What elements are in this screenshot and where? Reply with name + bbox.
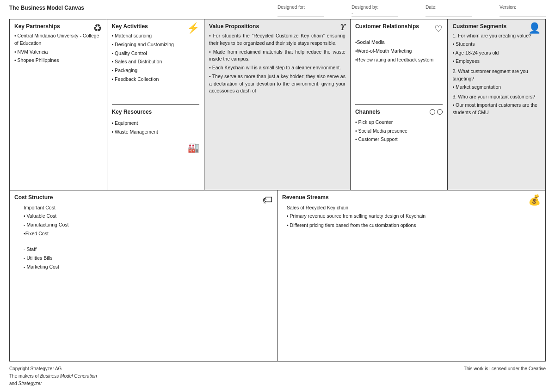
list-item: • Sales and Distribution: [112, 58, 200, 66]
header: The Business Model Canvas Designed for: …: [9, 5, 546, 17]
list-item: • Central Mindanao University - College …: [14, 32, 102, 47]
customer-segments-content: 1. For whom are you creating value? • St…: [452, 32, 541, 116]
footer-right-text: This work is licensed under the Creative: [464, 365, 546, 373]
footer-left: Copyright Strategyzer AG The makers of B…: [9, 365, 97, 387]
designed-by: Designed by: -: [352, 5, 398, 17]
channels-section: Channels • Pick up Counter • Social Medi…: [355, 105, 443, 186]
list-item: •Social Media: [355, 39, 443, 46]
footer: Copyright Strategyzer AG The makers of B…: [9, 365, 546, 387]
circle-icon: [437, 109, 443, 115]
bolt-icon: ⚡: [187, 23, 199, 33]
key-activities-section: Key Activities ⚡ • Material sourcing • D…: [112, 23, 200, 105]
list-item: • Pick up Counter: [355, 119, 443, 126]
cost-structure-title: Cost Structure: [14, 194, 272, 201]
vp-text: • For students the "Recycled Customize K…: [209, 32, 345, 47]
date: Date:: [426, 5, 472, 17]
list-item: •Word-of-Mouth Marketing: [355, 48, 443, 55]
channels-content: • Pick up Counter • Social Media presenc…: [355, 119, 443, 143]
footer-italic1: Business Model Generation: [40, 374, 97, 379]
list-item: - Utilities Bills: [24, 255, 272, 262]
list-item: •Fixed Cost: [24, 230, 272, 238]
list-item: - Staff: [24, 246, 272, 253]
person-icon: 👤: [528, 23, 541, 33]
footer-italic2: Strategyzer: [18, 381, 42, 386]
list-item: - Marketing Cost: [24, 263, 272, 271]
version: Version:: [500, 5, 546, 17]
list-item: • Different pricing tiers based from the…: [287, 222, 541, 229]
list-item: • Students: [452, 41, 541, 48]
designed-for: Designed for:: [278, 5, 324, 17]
customer-relationships-title: Customer Relationships: [355, 23, 443, 30]
bottom-row: Cost Structure 🏷 Important Cost • Valuab…: [10, 190, 545, 361]
revenue-streams-content: Sales of Recycled Key chain • Primary re…: [282, 204, 541, 229]
page: The Business Model Canvas Designed for: …: [0, 0, 555, 392]
customer-relationships-channels-cell: Customer Relationships ♡ •Social Media •…: [351, 19, 448, 190]
value-propositions-content: • For students the "Recycled Customize K…: [209, 32, 345, 95]
key-resources-section: Key Resources 🏭 • Equipment • Waste Mana…: [112, 105, 200, 186]
list-item: • Shopee Philippines: [14, 57, 102, 64]
list-item: • Feedback Collection: [112, 76, 200, 83]
key-activities-title: Key Activities: [112, 23, 200, 30]
value-propositions-cell: Value Propositions 𝛶 • For students the …: [204, 19, 351, 190]
list-item: • NVM Valencia: [14, 49, 102, 56]
revenue-header: Sales of Recycled Key chain: [287, 204, 541, 212]
list-item: • Primary revenue source from selling va…: [287, 213, 541, 220]
cs-question3: 3. Who are your important customers?: [452, 93, 541, 101]
vp-text: • Made from reclaimed materials that hel…: [209, 49, 345, 63]
factory-icon: 🏭: [188, 142, 199, 153]
heart-icon: ♡: [434, 23, 443, 34]
key-partnerships-content: • Central Mindanao University - College …: [14, 32, 102, 64]
key-activities-content: • Material sourcing • Designing and Cust…: [112, 32, 200, 83]
channels-header: Channels: [355, 109, 443, 115]
cost-structure-content: Important Cost • Valuable Cost - Manufac…: [14, 204, 272, 271]
revenue-streams-cell: Revenue Streams 💰 Sales of Recycled Key …: [278, 190, 545, 361]
footer-line2: The makers of Business Model Generation: [9, 373, 97, 380]
canvas-grid: Key Partnerships ♻ • Central Mindanao Un…: [9, 19, 546, 361]
list-item: • Equipment: [112, 120, 200, 127]
tuning-icon: 𝛶: [340, 23, 345, 31]
footer-right: This work is licensed under the Creative: [464, 365, 546, 373]
channels-title: Channels: [355, 109, 380, 115]
header-meta: Designed for: Designed by: - Date: Versi…: [278, 5, 546, 17]
key-partnerships-cell: Key Partnerships ♻ • Central Mindanao Un…: [10, 19, 107, 190]
cs-question1: 1. For whom are you creating value?: [452, 32, 541, 40]
revenue-streams-title: Revenue Streams: [282, 194, 541, 201]
cost-label: Important Cost: [24, 204, 272, 212]
list-item: • Waste Management: [112, 129, 200, 136]
customer-segments-cell: Customer Segments 👤 1. For whom are you …: [448, 19, 545, 190]
list-item: • Market segmentation: [452, 84, 541, 91]
list-item: • Age 18-24 years old: [452, 49, 541, 57]
coin-icon: 💰: [528, 194, 541, 206]
recycle-icon: ♻: [93, 23, 102, 33]
list-item: • Designing and Customizing: [112, 41, 200, 49]
top-row: Key Partnerships ♻ • Central Mindanao Un…: [10, 19, 545, 190]
value-propositions-title: Value Propositions: [209, 23, 345, 30]
list-item: • Employees: [452, 58, 541, 65]
list-item: • Social Media presence: [355, 128, 443, 135]
key-partnerships-title: Key Partnerships: [14, 23, 102, 30]
key-resources-title: Key Resources: [112, 109, 200, 115]
footer-line3: and Strategyzer: [9, 380, 97, 387]
channel-circles: [430, 109, 443, 115]
vp-text: • They serve as more than just a key hol…: [209, 73, 345, 95]
list-item: •Review rating and feedback system: [355, 56, 443, 64]
canvas-title: The Business Model Canvas: [9, 5, 84, 11]
tag-icon: 🏷: [262, 194, 272, 206]
customer-relationships-content: •Social Media •Word-of-Mouth Marketing •…: [355, 39, 443, 63]
list-item: • Quality Control: [112, 50, 200, 57]
customer-relationships-section: Customer Relationships ♡ •Social Media •…: [355, 23, 443, 105]
cost-structure-cell: Cost Structure 🏷 Important Cost • Valuab…: [10, 190, 278, 361]
key-activities-resources-cell: Key Activities ⚡ • Material sourcing • D…: [107, 19, 205, 190]
vp-text: • Each Keychain will is a small step to …: [209, 64, 345, 72]
list-item: • Packaging: [112, 67, 200, 74]
key-resources-content: • Equipment • Waste Management: [112, 120, 200, 136]
copyright-text: Copyright Strategyzer AG: [9, 365, 97, 373]
list-item: • Material sourcing: [112, 32, 200, 40]
customer-segments-title: Customer Segments: [452, 23, 541, 30]
list-item: • Customer Support: [355, 136, 443, 143]
list-item: - Manufacturing Cost: [24, 221, 272, 229]
circle-icon: [430, 109, 435, 115]
list-item: • Our most important customers are the s…: [452, 102, 541, 116]
list-item: • Valuable Cost: [24, 213, 272, 220]
cs-question2: 2. What customer segment are you targeti…: [452, 68, 541, 83]
